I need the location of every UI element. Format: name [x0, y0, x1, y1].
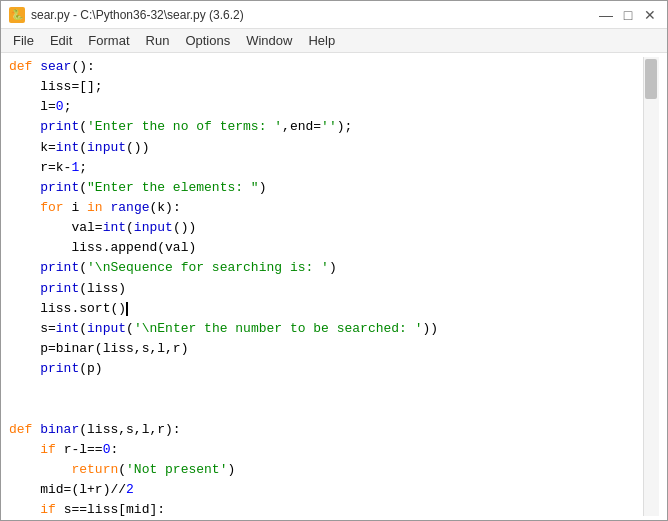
title-bar: 🐍 sear.py - C:\Python36-32\sear.py (3.6.… [1, 1, 667, 29]
menu-bar: File Edit Format Run Options Window Help [1, 29, 667, 53]
menu-format[interactable]: Format [80, 31, 137, 50]
menu-edit[interactable]: Edit [42, 31, 80, 50]
scrollbar[interactable] [643, 57, 659, 516]
minimize-button[interactable]: — [597, 6, 615, 24]
code-editor[interactable]: def sear(): liss=[]; l=0; print('Enter t… [9, 57, 643, 516]
scrollbar-thumb[interactable] [645, 59, 657, 99]
menu-help[interactable]: Help [300, 31, 343, 50]
menu-window[interactable]: Window [238, 31, 300, 50]
window-controls: — □ ✕ [597, 6, 659, 24]
menu-run[interactable]: Run [138, 31, 178, 50]
main-window: 🐍 sear.py - C:\Python36-32\sear.py (3.6.… [0, 0, 668, 521]
menu-options[interactable]: Options [177, 31, 238, 50]
editor-area[interactable]: def sear(): liss=[]; l=0; print('Enter t… [1, 53, 667, 520]
window-title: sear.py - C:\Python36-32\sear.py (3.6.2) [31, 8, 244, 22]
maximize-button[interactable]: □ [619, 6, 637, 24]
app-icon: 🐍 [9, 7, 25, 23]
menu-file[interactable]: File [5, 31, 42, 50]
close-button[interactable]: ✕ [641, 6, 659, 24]
title-bar-left: 🐍 sear.py - C:\Python36-32\sear.py (3.6.… [9, 7, 244, 23]
